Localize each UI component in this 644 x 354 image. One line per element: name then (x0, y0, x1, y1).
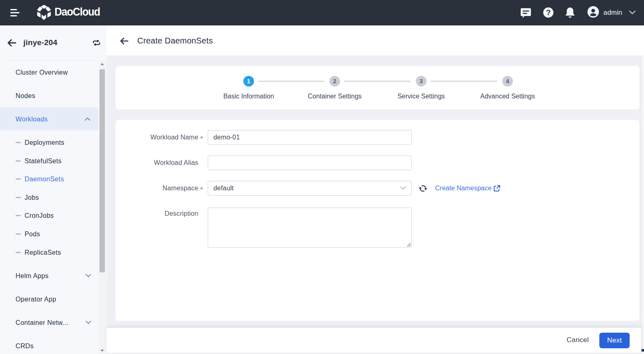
svg-text:?: ? (546, 8, 551, 17)
